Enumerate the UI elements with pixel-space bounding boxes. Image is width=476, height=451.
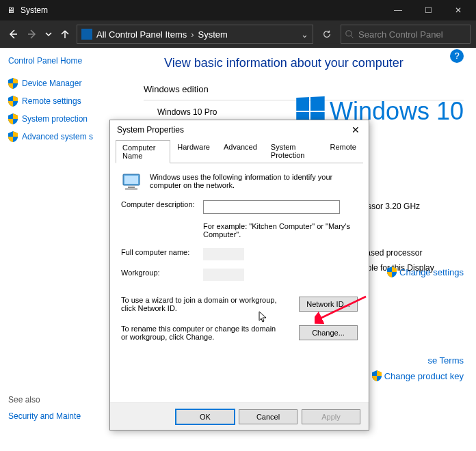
see-also-heading: See also bbox=[8, 395, 123, 405]
shield-icon bbox=[8, 96, 18, 107]
refresh-button[interactable] bbox=[317, 25, 336, 44]
sidebar-item-remote-settings[interactable]: Remote settings bbox=[8, 96, 123, 107]
tab-system-protection[interactable]: System Protection bbox=[264, 139, 323, 163]
computer-description-hint: For example: "Kitchen Computer" or "Mary… bbox=[203, 222, 358, 238]
svg-rect-3 bbox=[128, 187, 135, 188]
change-product-key-link[interactable]: Change product key bbox=[372, 370, 464, 381]
cancel-button[interactable]: Cancel bbox=[239, 409, 298, 424]
forward-button[interactable] bbox=[25, 27, 40, 42]
shield-icon bbox=[8, 113, 18, 124]
change-button[interactable]: Change... bbox=[299, 325, 358, 340]
computer-description-label: Computer description: bbox=[121, 200, 196, 208]
svg-rect-2 bbox=[124, 176, 138, 184]
sidebar-item-label: Device Manager bbox=[22, 79, 81, 88]
dialog-title-bar: System Properties ✕ bbox=[110, 120, 369, 139]
processor-value: ocessor 3.20 GHz bbox=[354, 202, 464, 211]
search-icon bbox=[345, 30, 354, 39]
search-input[interactable]: Search Control Panel bbox=[341, 25, 471, 44]
computer-icon bbox=[121, 173, 143, 192]
search-placeholder: Search Control Panel bbox=[358, 29, 443, 40]
license-terms-link[interactable]: se Terms bbox=[428, 355, 464, 366]
change-text: To rename this computer or change its do… bbox=[121, 325, 278, 341]
tab-remote[interactable]: Remote bbox=[323, 139, 363, 163]
tab-computer-name[interactable]: Computer Name bbox=[116, 140, 170, 163]
sidebar-item-device-manager[interactable]: Device Manager bbox=[8, 78, 123, 89]
maximize-button[interactable]: ☐ bbox=[413, 0, 443, 20]
link-label: Change settings bbox=[399, 267, 464, 277]
breadcrumb-sep: › bbox=[191, 29, 194, 40]
apply-button[interactable]: Apply bbox=[302, 409, 360, 424]
dialog-title: System Properties bbox=[117, 125, 184, 135]
workgroup-label: Workgroup: bbox=[121, 269, 196, 277]
window-title-bar: 🖥 System — ☐ ✕ bbox=[0, 0, 476, 20]
section-heading: Windows edition bbox=[144, 84, 464, 94]
breadcrumb-dropdown-icon[interactable]: ⌄ bbox=[301, 29, 308, 40]
shield-icon bbox=[372, 370, 382, 381]
full-computer-name-value bbox=[203, 248, 244, 260]
breadcrumb-item[interactable]: All Control Panel Items bbox=[96, 29, 187, 40]
workgroup-value bbox=[203, 269, 244, 281]
link-label: Change product key bbox=[384, 371, 464, 381]
svg-rect-4 bbox=[125, 188, 137, 190]
up-button[interactable] bbox=[57, 27, 72, 42]
title-icon: 🖥 bbox=[7, 5, 15, 15]
breadcrumb[interactable]: All Control Panel Items › System ⌄ bbox=[77, 25, 313, 44]
tab-hardware[interactable]: Hardware bbox=[170, 139, 217, 163]
back-button[interactable] bbox=[5, 27, 21, 42]
page-title: View basic information about your comput… bbox=[164, 56, 464, 70]
dialog-close-button[interactable]: ✕ bbox=[347, 123, 365, 137]
recent-dropdown[interactable] bbox=[44, 27, 53, 42]
shield-icon bbox=[8, 131, 18, 142]
sidebar-item-label: System protection bbox=[22, 114, 88, 124]
full-computer-name-label: Full computer name: bbox=[121, 248, 196, 256]
minimize-button[interactable]: — bbox=[383, 0, 413, 20]
window-title: System bbox=[21, 5, 48, 15]
sidebar-item-label: Remote settings bbox=[22, 96, 81, 106]
location-icon bbox=[81, 29, 92, 40]
svg-point-0 bbox=[346, 30, 352, 36]
network-id-button[interactable]: Network ID... bbox=[299, 297, 358, 312]
ok-button[interactable]: OK bbox=[176, 409, 235, 424]
nav-bar: All Control Panel Items › System ⌄ Searc… bbox=[0, 20, 476, 48]
sidebar-item-system-protection[interactable]: System protection bbox=[8, 113, 123, 124]
dialog-description: Windows uses the following information t… bbox=[150, 173, 358, 189]
change-settings-link[interactable]: Change settings bbox=[387, 266, 464, 277]
shield-icon bbox=[8, 78, 18, 89]
dialog-button-row: OK Cancel Apply bbox=[110, 402, 369, 430]
help-icon[interactable]: ? bbox=[450, 49, 464, 63]
computer-description-input[interactable] bbox=[203, 200, 340, 214]
system-properties-dialog: System Properties ✕ Computer Name Hardwa… bbox=[109, 120, 369, 430]
breadcrumb-item[interactable]: System bbox=[198, 29, 228, 40]
tab-advanced[interactable]: Advanced bbox=[217, 139, 264, 163]
network-id-text: To use a wizard to join a domain or work… bbox=[121, 296, 278, 312]
sidebar-item-advanced-settings[interactable]: Advanced system s bbox=[8, 131, 123, 142]
control-panel-home-link[interactable]: Control Panel Home bbox=[8, 56, 123, 66]
dialog-tabs: Computer Name Hardware Advanced System P… bbox=[116, 139, 363, 163]
sidebar-item-label: Advanced system s bbox=[22, 132, 93, 141]
close-button[interactable]: ✕ bbox=[443, 0, 473, 20]
shield-icon bbox=[387, 266, 397, 277]
system-type-value: 4-based processor bbox=[354, 248, 464, 258]
sidebar-item-security[interactable]: Security and Mainte bbox=[8, 411, 123, 421]
